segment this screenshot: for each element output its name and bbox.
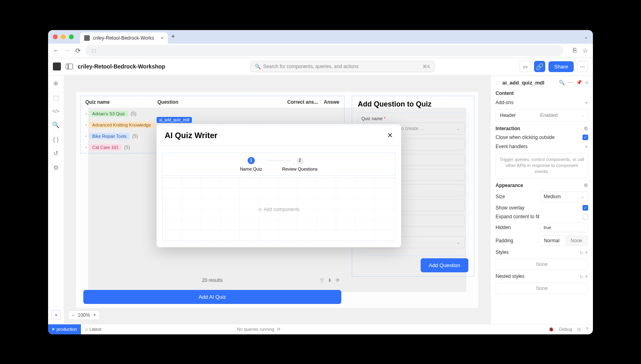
forward-icon[interactable]: → <box>64 47 71 54</box>
share-button[interactable]: Share <box>548 61 574 72</box>
tabs-menu-icon[interactable]: ⌄ <box>584 34 588 40</box>
app-header: criley-Retool-Bedrock-Workshop 🔍 Search … <box>48 58 593 76</box>
close-outside-toggle[interactable]: ✓ <box>583 135 588 140</box>
panel-toggle-icon[interactable] <box>66 64 73 69</box>
column-header-question[interactable]: Question <box>157 99 287 105</box>
traffic-lights <box>53 34 74 39</box>
styles-none[interactable]: None <box>496 259 588 270</box>
overlay-toggle[interactable]: ✓ <box>583 205 588 211</box>
hidden-input[interactable]: true <box>540 223 588 232</box>
size-select[interactable]: Medium ⌄ <box>540 191 588 202</box>
reset-nested-icon[interactable]: ↻ <box>580 274 583 279</box>
bookmark-icon[interactable]: ☆ <box>583 47 588 54</box>
ai-star-icon[interactable]: ✦ <box>51 310 61 320</box>
close-icon[interactable]: ✕ <box>387 131 393 140</box>
link-icon[interactable]: 🔗 <box>534 61 545 72</box>
chevron-down-icon: ⌄ <box>456 239 460 245</box>
chevron-right-icon[interactable]: › <box>85 145 87 149</box>
column-header-answer[interactable]: Answe <box>319 99 339 105</box>
add-components-placeholder: Add components <box>264 207 300 212</box>
add-style-icon[interactable]: + <box>585 249 588 255</box>
version-latest[interactable]: ⌂ Latest <box>81 327 105 332</box>
stepper-component: 1 Name Quiz 2 Review Questions <box>162 153 395 176</box>
close-tab-icon[interactable]: × <box>160 35 163 41</box>
addon-name: Header <box>500 113 516 118</box>
modal-component-tag[interactable]: ai_add_quiz_mdl <box>157 117 192 123</box>
column-header-correct[interactable]: Correct ans... <box>287 99 319 105</box>
padding-none-option[interactable]: None <box>565 236 588 245</box>
debug-label[interactable]: Debug <box>559 327 572 332</box>
chevron-right-icon[interactable]: › <box>85 134 87 138</box>
zoom-out-icon[interactable]: − <box>72 312 75 318</box>
search-rail-icon[interactable]: 🔍 <box>52 121 60 129</box>
code-icon[interactable]: </> <box>52 109 59 114</box>
expand-icon[interactable]: » <box>585 80 588 85</box>
header-addon-row[interactable]: Header Enabled › <box>496 109 588 122</box>
chevron-right-icon[interactable]: › <box>85 123 87 127</box>
environment-badge[interactable]: production <box>48 324 81 334</box>
clock-icon[interactable]: ◷ <box>577 327 581 332</box>
history-icon[interactable]: ↺ <box>53 150 58 157</box>
add-nested-style-icon[interactable]: + <box>585 273 588 280</box>
quiz-pill: Cat Care 101 <box>89 144 121 151</box>
clipboard-icon[interactable]: ⎘ <box>573 47 577 54</box>
gear-icon[interactable]: ⚙ <box>584 126 588 131</box>
minimize-window-icon[interactable] <box>61 34 66 39</box>
refresh-queries-icon[interactable]: ⟳ <box>277 327 280 332</box>
padding-normal-option[interactable]: Normal <box>538 236 565 245</box>
column-header-quiz-name[interactable]: Quiz name <box>85 99 157 105</box>
expand-content-label: Expand content to fit <box>496 214 539 219</box>
results-bar: 20 results ▽ ⬇ ⟳ <box>80 275 345 286</box>
empty-drop-area[interactable]: ⊕ Add components <box>162 177 395 241</box>
pin-icon[interactable]: 📌 <box>576 80 582 85</box>
reload-icon[interactable]: ⟳ <box>75 47 81 54</box>
add-addon-icon[interactable]: + <box>585 99 588 106</box>
address-bar[interactable]: ⬚ <box>85 45 563 56</box>
settings-icon[interactable]: ⚙ <box>53 164 58 171</box>
new-tab-button[interactable]: + <box>171 32 175 41</box>
maximize-window-icon[interactable] <box>69 34 74 39</box>
padding-label: Padding <box>496 238 513 243</box>
back-icon[interactable]: ← <box>53 47 59 54</box>
state-icon[interactable]: { } <box>53 136 58 143</box>
tab-favicon <box>84 35 90 41</box>
overlay-label: Show overlay <box>496 205 524 211</box>
quiz-count: (5) <box>132 133 138 139</box>
retool-logo-icon[interactable] <box>53 62 61 70</box>
nested-styles-none[interactable]: None <box>496 283 588 294</box>
download-icon[interactable]: ⬇ <box>328 278 332 283</box>
more-icon[interactable]: ⋯ <box>568 80 573 85</box>
component-tree-icon[interactable]: ⬚ <box>53 94 59 101</box>
command-search[interactable]: 🔍 Search for components, queries, and ac… <box>250 61 435 72</box>
step-review-questions[interactable]: 2 Review Questions <box>282 157 318 171</box>
zoom-in-icon[interactable]: + <box>93 312 96 318</box>
browser-tab[interactable]: criley-Retool-Bedrock-Works × <box>80 32 168 44</box>
expand-content-toggle[interactable] <box>583 214 588 219</box>
close-outside-label: Close when clicking outside <box>496 135 554 140</box>
left-rail: ⊕ ⬚ </> 🔍 { } ↺ ⚙ ✦ <box>48 76 64 324</box>
responsive-icon[interactable]: ▭ <box>520 61 531 72</box>
inspector-component-name[interactable]: ai_add_quiz_mdl <box>502 80 544 86</box>
add-event-handler-icon[interactable]: + <box>585 143 588 150</box>
help-icon[interactable]: ? <box>586 327 588 332</box>
site-settings-icon[interactable]: ⬚ <box>90 47 97 54</box>
gear-icon[interactable]: ⚙ <box>584 183 588 188</box>
add-ai-quiz-button[interactable]: Add AI Quiz <box>83 290 341 304</box>
add-question-button[interactable]: Add Question <box>421 258 468 272</box>
reset-styles-icon[interactable]: ↻ <box>580 250 583 255</box>
size-label: Size <box>496 194 505 199</box>
close-window-icon[interactable] <box>53 34 58 39</box>
search-icon: 🔍 <box>255 64 261 69</box>
browser-tabs-bar: criley-Retool-Bedrock-Works × + ⌄ <box>48 30 593 44</box>
step-name-quiz[interactable]: 1 Name Quiz <box>240 157 262 171</box>
canvas: Quiz name Question Correct ans... Answe … <box>64 76 490 324</box>
table-row[interactable]: › Adrian's S3 Quiz (5) <box>81 108 344 119</box>
add-component-icon[interactable]: ⊕ <box>53 80 58 87</box>
search-icon[interactable]: 🔍 <box>559 80 565 85</box>
chevron-right-icon[interactable]: › <box>85 111 87 116</box>
search-shortcut: ⌘K <box>423 64 430 69</box>
step-label: Review Questions <box>282 167 318 171</box>
filter-icon[interactable]: ▽ <box>320 278 324 283</box>
refresh-icon[interactable]: ⟳ <box>336 278 340 283</box>
more-menu-icon[interactable]: ⋯ <box>577 61 588 72</box>
